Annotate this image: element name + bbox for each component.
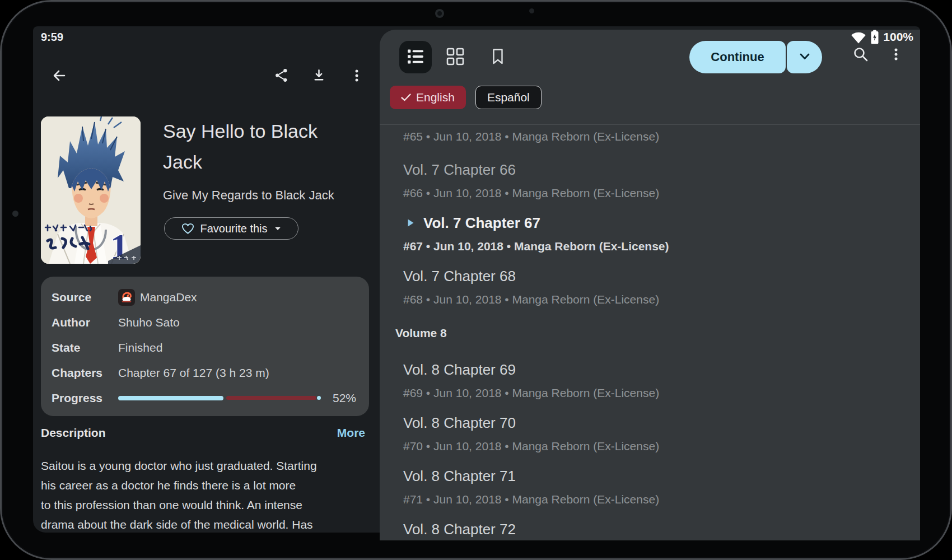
description-more-button[interactable]: More bbox=[337, 426, 365, 440]
wifi-icon bbox=[851, 31, 866, 44]
download-button[interactable] bbox=[309, 67, 328, 86]
volume-header: Volume 8 bbox=[380, 315, 920, 356]
info-label: Chapters bbox=[52, 366, 118, 380]
info-row-source: SourceMangaDex bbox=[52, 284, 358, 310]
bookmark-icon bbox=[491, 48, 505, 67]
description-line: Saitou is a young doctor who just gradua… bbox=[41, 456, 348, 475]
status-icons: 100% bbox=[851, 30, 913, 44]
bookmark-filter-button[interactable] bbox=[487, 46, 508, 68]
description-text: Saitou is a young doctor who just gradua… bbox=[41, 456, 348, 534]
progress-percent: 52% bbox=[333, 391, 358, 405]
progress-bar: 52% bbox=[118, 391, 358, 405]
info-row-chapters: ChaptersChapter 67 of 127 (3 h 23 m) bbox=[52, 360, 358, 385]
chevron-down-icon bbox=[274, 226, 281, 231]
chapter-meta: #70 • Jun 10, 2018 • Manga Reborn (Ex-Li… bbox=[403, 438, 909, 454]
description-heading: Description bbox=[41, 426, 106, 440]
language-chip-español[interactable]: Español bbox=[475, 86, 542, 109]
description-line: his career as a doctor he finds there is… bbox=[41, 475, 348, 495]
info-value: MangaDex bbox=[118, 289, 197, 306]
download-icon bbox=[311, 68, 326, 85]
chapter-meta: #67 • Jun 10, 2018 • Manga Reborn (Ex-Li… bbox=[403, 239, 909, 254]
side-camera bbox=[12, 211, 18, 217]
info-label: State bbox=[52, 341, 118, 354]
progress-label: Progress bbox=[52, 391, 118, 405]
front-camera bbox=[435, 9, 444, 18]
share-icon bbox=[274, 68, 289, 85]
manga-title: Say Hello to Black Jack bbox=[163, 116, 350, 178]
chapter-meta: #66 • Jun 10, 2018 • Manga Reborn (Ex-Li… bbox=[403, 185, 909, 201]
overflow-menu-icon bbox=[349, 68, 364, 85]
view-mode-list-button[interactable] bbox=[399, 41, 432, 73]
chapter-title: Vol. 8 Chapter 69 bbox=[403, 361, 516, 378]
chapter-title: Vol. 8 Chapter 71 bbox=[403, 468, 516, 484]
chapter-list-pane: Continue EnglishEspañol #65 • Jun 10, 20… bbox=[380, 30, 920, 540]
battery-percent: 100% bbox=[883, 30, 913, 44]
back-button[interactable] bbox=[49, 67, 68, 86]
chevron-down-icon bbox=[799, 53, 811, 62]
manga-subtitle: Give My Regards to Black Jack bbox=[163, 188, 334, 203]
manga-info-card: SourceMangaDexAuthorShuho SatoStateFinis… bbox=[41, 277, 369, 416]
chapter-row[interactable]: Vol. 8 Chapter 69#69 • Jun 10, 2018 • Ma… bbox=[380, 356, 920, 409]
progress-bar-unread bbox=[226, 396, 316, 400]
currently-reading-icon bbox=[407, 218, 414, 227]
chapter-row[interactable]: #65 • Jun 10, 2018 • Manga Reborn (Ex-Li… bbox=[380, 125, 920, 156]
overflow-menu-button[interactable] bbox=[347, 67, 366, 86]
chapter-overflow-menu-button[interactable] bbox=[885, 44, 907, 66]
chapter-meta: #65 • Jun 10, 2018 • Manga Reborn (Ex-Li… bbox=[403, 129, 909, 144]
chapter-row[interactable]: Vol. 8 Chapter 72 bbox=[380, 515, 920, 540]
clock: 9:59 bbox=[41, 31, 63, 44]
description-line: to this profession than one would think.… bbox=[41, 495, 348, 515]
chapter-meta: #71 • Jun 10, 2018 • Manga Reborn (Ex-Li… bbox=[403, 492, 909, 507]
continue-dropdown-button[interactable] bbox=[787, 41, 822, 73]
favourite-button-label: Favourite this bbox=[200, 222, 267, 235]
chapter-title: Vol. 8 Chapter 70 bbox=[403, 414, 516, 431]
chapter-row-current[interactable]: Vol. 7 Chapter 67#67 • Jun 10, 2018 • Ma… bbox=[380, 209, 920, 262]
share-button[interactable] bbox=[272, 67, 291, 86]
progress-bar-read bbox=[118, 396, 223, 400]
tablet-device-frame: 9:59 bbox=[0, 0, 952, 560]
view-mode-grid-button[interactable] bbox=[445, 46, 466, 68]
list-view-icon bbox=[407, 49, 424, 66]
overflow-menu-icon bbox=[889, 47, 903, 63]
language-filter-chips: EnglishEspañol bbox=[390, 86, 542, 109]
language-chip-english[interactable]: English bbox=[390, 86, 466, 109]
chapter-meta: #69 • Jun 10, 2018 • Manga Reborn (Ex-Li… bbox=[403, 385, 909, 401]
progress-row: Progress 52% bbox=[52, 385, 358, 410]
chapter-row[interactable]: Vol. 8 Chapter 71#71 • Jun 10, 2018 • Ma… bbox=[380, 462, 920, 515]
info-label: Source bbox=[52, 291, 118, 304]
battery-charging-icon bbox=[871, 30, 879, 44]
heart-icon bbox=[181, 223, 194, 235]
info-label: Author bbox=[52, 316, 118, 329]
info-value: Shuho Sato bbox=[118, 316, 180, 329]
chapter-row[interactable]: Vol. 8 Chapter 70#70 • Jun 10, 2018 • Ma… bbox=[380, 409, 920, 462]
ambient-sensor bbox=[529, 8, 534, 13]
cover-image[interactable]: 1 bbox=[41, 116, 141, 264]
search-icon bbox=[852, 46, 869, 64]
chapter-row[interactable]: Vol. 7 Chapter 68#68 • Jun 10, 2018 • Ma… bbox=[380, 262, 920, 315]
info-row-author: AuthorShuho Sato bbox=[52, 310, 358, 335]
favourite-button[interactable]: Favourite this bbox=[164, 217, 298, 240]
grid-view-icon bbox=[446, 48, 464, 67]
check-icon bbox=[401, 94, 411, 101]
chapter-title: Vol. 7 Chapter 67 bbox=[423, 214, 540, 231]
mangadex-source-icon bbox=[118, 289, 135, 306]
search-button[interactable] bbox=[850, 44, 871, 66]
progress-bar-thumb bbox=[317, 396, 321, 400]
chapter-row[interactable]: Vol. 7 Chapter 66#66 • Jun 10, 2018 • Ma… bbox=[380, 156, 920, 209]
info-row-state: StateFinished bbox=[52, 335, 358, 360]
description-line: drama about the dark side of the medical… bbox=[41, 515, 348, 534]
chapter-title: Vol. 8 Chapter 72 bbox=[403, 521, 516, 538]
chapter-title: Vol. 7 Chapter 66 bbox=[403, 161, 516, 178]
info-value: Finished bbox=[118, 341, 162, 354]
chapter-title: Vol. 7 Chapter 68 bbox=[403, 268, 516, 284]
screen: 9:59 bbox=[33, 26, 920, 540]
chapter-list: #65 • Jun 10, 2018 • Manga Reborn (Ex-Li… bbox=[380, 125, 920, 540]
continue-reading-button[interactable]: Continue bbox=[689, 41, 786, 73]
back-icon bbox=[50, 67, 67, 86]
chapter-meta: #68 • Jun 10, 2018 • Manga Reborn (Ex-Li… bbox=[403, 292, 909, 307]
info-value: Chapter 67 of 127 (3 h 23 m) bbox=[118, 366, 269, 380]
